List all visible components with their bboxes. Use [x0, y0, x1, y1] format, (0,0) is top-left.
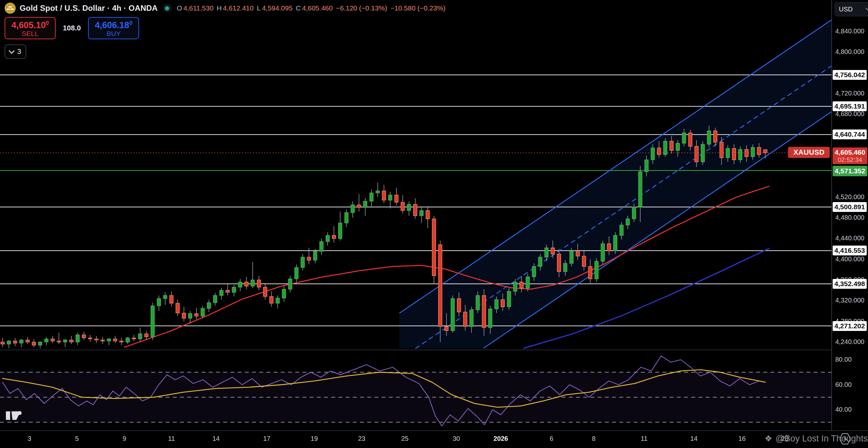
symbol-header: Gold Spot / U.S. Dollar · 4h · OANDA O 4…: [5, 3, 445, 14]
main-pane: [0, 20, 831, 349]
candle-down: [432, 219, 436, 276]
price-tick: 4,720.000: [835, 90, 864, 97]
candle-up: [663, 141, 667, 155]
time-axis[interactable]: 3591114171923253020266811141620: [0, 430, 868, 448]
candle-up: [320, 242, 323, 251]
watermark-text: @Boy Lost In Thoughts: [775, 434, 868, 444]
watermark: ❖ @Boy Lost In Thoughts: [765, 434, 868, 444]
candle-up: [163, 296, 167, 299]
bar-countdown: 02:52:34: [833, 156, 867, 164]
candle-up: [651, 148, 655, 160]
channel-upper-line: [399, 20, 831, 313]
candle-up: [488, 309, 492, 328]
candle-up: [626, 219, 630, 225]
candle-down: [70, 340, 73, 342]
candle-down: [95, 339, 98, 340]
high-letter: H: [217, 4, 222, 12]
level-price-label: 4,352.498: [833, 279, 867, 289]
high-value: 4,612.410: [223, 4, 253, 12]
candle-down: [195, 314, 198, 316]
candle-down: [764, 150, 767, 153]
candle-up: [451, 299, 455, 331]
candle-up: [639, 172, 642, 207]
candle-down: [657, 148, 661, 155]
total-change-value: −10.580 (−0.23%): [391, 4, 445, 12]
buy-label: BUY: [106, 30, 120, 38]
low-letter: L: [257, 4, 261, 12]
candle-up: [138, 334, 142, 339]
candle-down: [26, 340, 29, 342]
trade-panel: 4,605.100 SELL 108.0 4,606.180 BUY: [5, 17, 139, 39]
candle-up: [407, 204, 411, 211]
candle-down: [732, 148, 736, 160]
sell-price-sup: 0: [46, 20, 49, 26]
candle-up: [595, 261, 598, 279]
price-line-symbol-badge: XAUUSD: [788, 147, 830, 158]
candle-up: [676, 143, 680, 150]
candle-down: [169, 296, 173, 304]
candle-down: [57, 341, 61, 342]
level-price-label: 4,271.202: [833, 321, 867, 331]
candle-up: [301, 257, 304, 268]
candle-down: [113, 339, 117, 341]
chart-canvas[interactable]: [0, 0, 868, 448]
candle-up: [188, 314, 192, 318]
time-tick: 23: [348, 435, 375, 442]
rsi-tick: 40.00: [835, 406, 851, 413]
price-tick: 4,800.000: [835, 48, 864, 56]
candle-up: [620, 225, 623, 236]
candle-down: [457, 299, 461, 312]
candle-down: [88, 338, 92, 339]
candle-up: [363, 201, 367, 207]
sell-button[interactable]: 4,605.100 SELL: [5, 17, 56, 39]
chevron-down-icon: [866, 6, 868, 11]
candle-up: [545, 248, 548, 257]
candle-up: [751, 147, 755, 157]
candle-up: [601, 244, 604, 261]
candle-down: [145, 334, 148, 337]
symbol-title[interactable]: Gold Spot / U.S. Dollar · 4h · OANDA: [20, 4, 158, 13]
candle-up: [276, 298, 280, 303]
price-tick: 4,840.000: [835, 28, 864, 35]
candle-up: [326, 236, 330, 242]
indicators-collapse-chip[interactable]: 3: [5, 44, 26, 59]
price-tick: 4,440.000: [835, 235, 864, 242]
candle-up: [532, 267, 536, 277]
candle-up: [476, 296, 479, 310]
timezone-clock-icon[interactable]: [839, 432, 851, 445]
channel-fill: [399, 20, 831, 348]
time-tick: 16: [729, 435, 755, 442]
market-status-icon[interactable]: [163, 4, 172, 12]
candle-down: [257, 280, 261, 287]
candle-down: [445, 327, 448, 331]
candle-down: [413, 204, 417, 216]
price-tick: 4,400.000: [835, 255, 864, 263]
price-tick: 4,480.000: [835, 214, 864, 221]
candle-up: [526, 277, 530, 288]
last-price-label: 4,605.460 02:52:34: [833, 147, 867, 164]
time-tick: 5: [64, 435, 90, 442]
candle-up: [151, 306, 154, 337]
candle-down: [270, 297, 273, 304]
candle-up: [251, 280, 255, 286]
buy-price: 4,606.18: [95, 20, 129, 30]
candle-down: [332, 236, 336, 239]
currency-label: USD: [839, 6, 852, 13]
price-tick: 4,520.000: [835, 193, 864, 201]
candle-up: [376, 191, 380, 193]
time-tick: 3: [17, 435, 42, 442]
close-letter: C: [296, 4, 301, 12]
buy-button[interactable]: 4,606.180 BUY: [88, 17, 139, 39]
price-tick: 4,320.000: [835, 297, 864, 304]
currency-toggle-button[interactable]: USD: [835, 2, 868, 16]
candle-up: [701, 144, 705, 162]
low-value: 4,594.095: [262, 4, 292, 12]
candle-down: [245, 282, 248, 286]
candle-down: [501, 300, 505, 307]
tradingview-logo[interactable]: [5, 408, 24, 422]
open-value: 4,611.530: [183, 4, 213, 12]
candle-down: [176, 303, 179, 313]
gold-coin-icon: [5, 3, 16, 14]
price-axis[interactable]: USD 4,605.460 02:52:34 4,571.352 4,840.0…: [831, 0, 868, 430]
candle-down: [382, 191, 386, 201]
